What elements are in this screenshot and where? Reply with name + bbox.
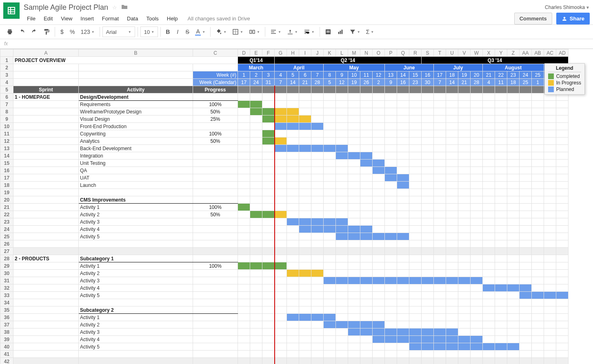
gantt-cell[interactable] [556,233,569,240]
gantt-cell[interactable] [336,358,348,364]
gantt-cell[interactable] [348,218,360,226]
gantt-cell[interactable] [507,167,520,174]
row-header[interactable]: 22 [0,211,13,218]
gantt-cell[interactable] [324,233,336,240]
gantt-cell[interactable] [397,292,409,299]
gantt-cell[interactable] [373,115,385,123]
gantt-cell[interactable] [556,138,569,145]
gantt-cell[interactable] [397,343,409,351]
cell[interactable] [193,167,238,174]
gantt-cell[interactable] [287,284,299,292]
gantt-cell[interactable] [446,101,458,108]
gantt-cell[interactable] [238,108,250,115]
gantt-cell[interactable] [532,108,544,115]
gantt-cell[interactable] [238,189,250,196]
cell[interactable] [79,240,193,248]
gantt-cell[interactable] [446,130,458,138]
cell[interactable] [13,277,79,284]
gantt-cell[interactable] [495,336,507,343]
gantt-cell[interactable] [458,211,471,218]
gantt-cell[interactable] [262,262,275,270]
gantt-cell[interactable] [324,167,336,174]
gantt-cell[interactable] [373,174,385,182]
col-header[interactable]: M [348,49,360,57]
gantt-cell[interactable] [422,123,434,130]
gantt-cell[interactable] [556,174,569,182]
gantt-cell[interactable] [397,262,409,270]
menu-file[interactable]: File [24,14,39,23]
gantt-cell[interactable] [360,314,373,321]
gantt-cell[interactable] [446,226,458,233]
gantt-cell[interactable] [336,218,348,226]
gantt-cell[interactable] [495,218,507,226]
gantt-cell[interactable] [324,160,336,167]
gantt-cell[interactable] [373,321,385,328]
gantt-cell[interactable] [324,182,336,189]
gantt-cell[interactable] [483,321,495,328]
gantt-cell[interactable] [250,218,262,226]
number-format-icon[interactable]: 123▼ [78,27,97,37]
gantt-cell[interactable] [275,351,287,358]
gantt-cell[interactable] [250,101,262,108]
gantt-cell[interactable] [471,314,483,321]
gantt-cell[interactable] [471,270,483,277]
gantt-cell[interactable] [373,101,385,108]
cell[interactable]: 100% [193,262,238,270]
gantt-cell[interactable] [324,343,336,351]
gantt-cell[interactable] [250,108,262,115]
gantt-cell[interactable] [262,292,275,299]
gantt-cell[interactable] [262,284,275,292]
cell[interactable] [193,306,238,314]
row-header[interactable]: 9 [0,115,13,123]
gantt-cell[interactable] [348,204,360,211]
gantt-cell[interactable] [385,152,397,160]
gantt-cell[interactable] [532,182,544,189]
gantt-cell[interactable] [495,277,507,284]
gantt-cell[interactable] [544,115,556,123]
gantt-cell[interactable] [324,115,336,123]
col-header[interactable]: I [299,49,311,57]
gantt-cell[interactable] [262,343,275,351]
gantt-cell[interactable] [275,101,287,108]
gantt-cell[interactable] [360,233,373,240]
gantt-cell[interactable] [287,123,299,130]
gantt-cell[interactable] [324,328,336,336]
row-header[interactable]: 38 [0,328,13,336]
gantt-cell[interactable] [409,115,422,123]
gantt-cell[interactable] [483,240,495,248]
gantt-cell[interactable] [287,211,299,218]
gantt-cell[interactable] [556,343,569,351]
gantt-cell[interactable] [238,343,250,351]
gantt-cell[interactable] [520,240,532,248]
gantt-cell[interactable] [544,314,556,321]
gantt-cell[interactable] [471,226,483,233]
gantt-cell[interactable] [324,189,336,196]
cell[interactable] [13,240,79,248]
gantt-cell[interactable] [471,145,483,152]
row-header[interactable]: 14 [0,152,13,160]
gantt-cell[interactable] [373,108,385,115]
gantt-cell[interactable] [373,145,385,152]
gantt-cell[interactable] [471,108,483,115]
gantt-cell[interactable] [275,204,287,211]
gantt-cell[interactable] [336,182,348,189]
gantt-cell[interactable] [238,306,250,314]
gantt-cell[interactable] [409,314,422,321]
row-header[interactable]: 28 [0,255,13,262]
cell[interactable] [13,160,79,167]
gantt-cell[interactable] [360,299,373,306]
col-header[interactable]: AB [532,49,544,57]
gantt-cell[interactable] [483,226,495,233]
print-icon[interactable] [4,27,16,37]
gantt-cell[interactable] [422,115,434,123]
gantt-cell[interactable] [385,299,397,306]
gantt-cell[interactable] [336,314,348,321]
gantt-cell[interactable] [397,101,409,108]
gantt-cell[interactable] [532,226,544,233]
gantt-cell[interactable] [532,123,544,130]
gantt-cell[interactable] [324,174,336,182]
gantt-cell[interactable] [520,108,532,115]
gantt-cell[interactable] [544,284,556,292]
gantt-cell[interactable] [446,152,458,160]
gantt-cell[interactable] [556,189,569,196]
